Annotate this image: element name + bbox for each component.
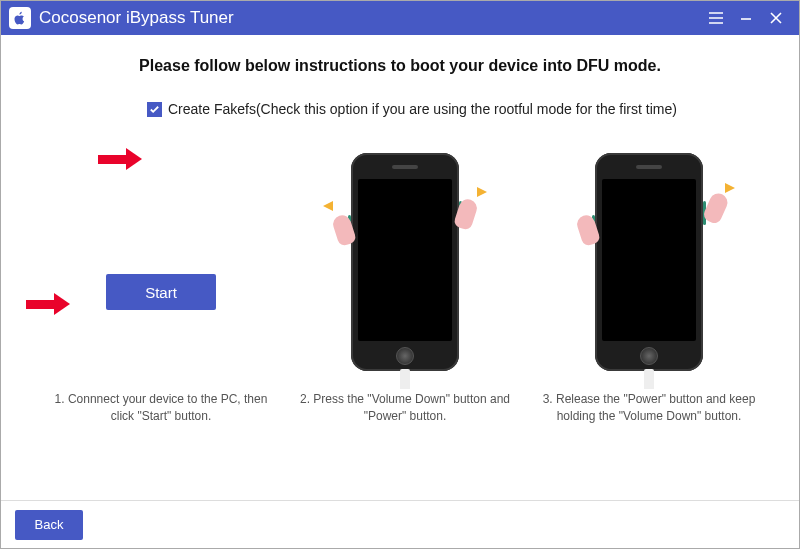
finger-icon xyxy=(331,213,357,247)
phone-illustration-release xyxy=(595,153,703,371)
motion-arrow-icon xyxy=(477,187,487,197)
footer-bar: Back xyxy=(1,500,799,548)
create-fakefs-label: Create Fakefs(Check this option if you a… xyxy=(168,101,677,117)
start-button[interactable]: Start xyxy=(106,274,216,310)
app-logo-icon xyxy=(9,7,31,29)
main-content: Please follow below instructions to boot… xyxy=(1,35,799,501)
phone-illustration-press xyxy=(351,153,459,371)
minimize-button[interactable] xyxy=(731,1,761,35)
create-fakefs-checkbox[interactable] xyxy=(147,102,162,117)
finger-icon xyxy=(575,213,601,247)
app-title: Cocosenor iBypass Tuner xyxy=(39,8,234,28)
finger-icon xyxy=(702,191,731,226)
close-button[interactable] xyxy=(761,1,791,35)
step-2: 2. Press the "Volume Down" button and "P… xyxy=(283,147,527,425)
titlebar: Cocosenor iBypass Tuner xyxy=(1,1,799,35)
step-1: Start 1. Connnect your device to the PC,… xyxy=(39,147,283,425)
page-headline: Please follow below instructions to boot… xyxy=(29,57,771,75)
menu-button[interactable] xyxy=(701,1,731,35)
step-2-caption: 2. Press the "Volume Down" button and "P… xyxy=(283,391,527,425)
create-fakefs-option[interactable]: Create Fakefs(Check this option if you a… xyxy=(147,101,771,117)
step-3: 3. Release the "Power" button and keep h… xyxy=(527,147,771,425)
finger-icon xyxy=(453,197,479,231)
motion-arrow-icon xyxy=(323,201,333,211)
motion-arrow-icon xyxy=(725,183,735,193)
back-button[interactable]: Back xyxy=(15,510,83,540)
step-3-caption: 3. Release the "Power" button and keep h… xyxy=(527,391,771,425)
step-1-caption: 1. Connnect your device to the PC, then … xyxy=(39,391,283,425)
